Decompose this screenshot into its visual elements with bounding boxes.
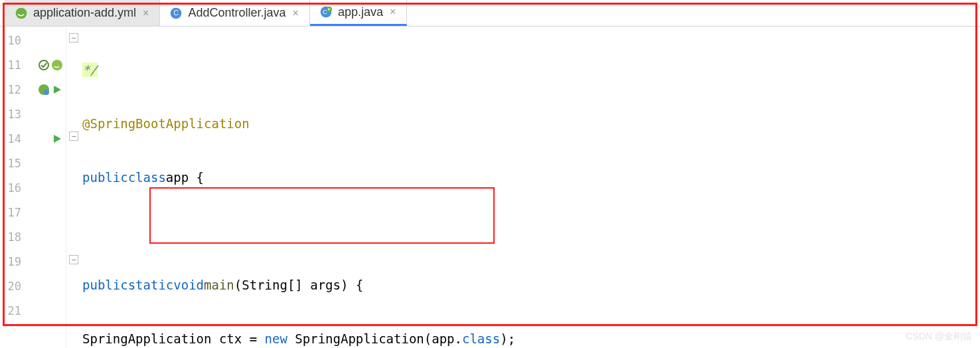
tab-app-java[interactable]: C app.java × xyxy=(310,0,407,26)
line-number: 16 xyxy=(3,181,21,195)
spring-icon xyxy=(15,7,28,20)
fold-toggle-icon[interactable]: − xyxy=(69,255,78,264)
editor: 10 11 12 13 14 15 16 17 18 19 20 21 − − xyxy=(0,27,980,348)
recursive-usage-icon[interactable] xyxy=(38,59,50,71)
code-line xyxy=(82,218,980,243)
java-run-icon: C xyxy=(319,5,333,19)
svg-point-9 xyxy=(44,90,49,95)
line-number: 13 xyxy=(3,108,21,121)
fold-toggle-icon[interactable]: − xyxy=(69,33,78,43)
spring-context-icon[interactable] xyxy=(38,84,50,96)
line-number: 10 xyxy=(3,34,21,47)
code-line: @SpringBootApplication xyxy=(82,111,980,135)
svg-point-7 xyxy=(52,60,62,70)
line-number: 14 xyxy=(3,132,21,145)
run-icon[interactable] xyxy=(51,133,63,145)
watermark: CSDN @金刚猿 xyxy=(906,331,972,343)
line-number: 15 xyxy=(3,157,21,170)
tab-application-add-yml[interactable]: application-add.yml × xyxy=(5,0,160,26)
line-number: 17 xyxy=(3,206,21,219)
close-icon[interactable]: × xyxy=(388,6,397,18)
line-number: 12 xyxy=(3,83,21,96)
code-line: public class app { xyxy=(82,165,980,189)
fold-toggle-icon[interactable]: − xyxy=(69,131,78,141)
line-number: 11 xyxy=(3,58,21,72)
line-number: 19 xyxy=(3,255,21,268)
line-number-gutter: 10 11 12 13 14 15 16 17 18 19 20 21 xyxy=(0,27,66,348)
close-icon[interactable]: × xyxy=(291,7,300,19)
fold-column: − − − xyxy=(66,27,82,348)
tab-addcontroller-java[interactable]: C AddController.java × xyxy=(160,0,309,26)
svg-point-6 xyxy=(39,60,48,70)
tab-label: app.java xyxy=(338,5,383,19)
line-number: 21 xyxy=(3,304,21,317)
code-line: */ xyxy=(82,57,980,82)
close-icon[interactable]: × xyxy=(141,7,150,19)
code-line: public static void main(String[] args) { xyxy=(82,272,980,297)
line-number: 18 xyxy=(3,230,21,244)
svg-text:C: C xyxy=(174,9,179,17)
tab-label: application-add.yml xyxy=(33,6,136,20)
spring-bean-icon[interactable] xyxy=(51,59,63,71)
tab-label: AddController.java xyxy=(188,6,286,20)
code-area[interactable]: */ @SpringBootApplication public class a… xyxy=(82,27,980,348)
line-number: 20 xyxy=(3,280,21,293)
code-line: SpringApplication ctx = new SpringApplic… xyxy=(82,326,980,348)
editor-tab-bar: application-add.yml × C AddController.ja… xyxy=(0,0,980,27)
run-icon[interactable] xyxy=(51,84,63,96)
svg-point-0 xyxy=(16,7,27,19)
java-class-icon: C xyxy=(169,7,183,20)
